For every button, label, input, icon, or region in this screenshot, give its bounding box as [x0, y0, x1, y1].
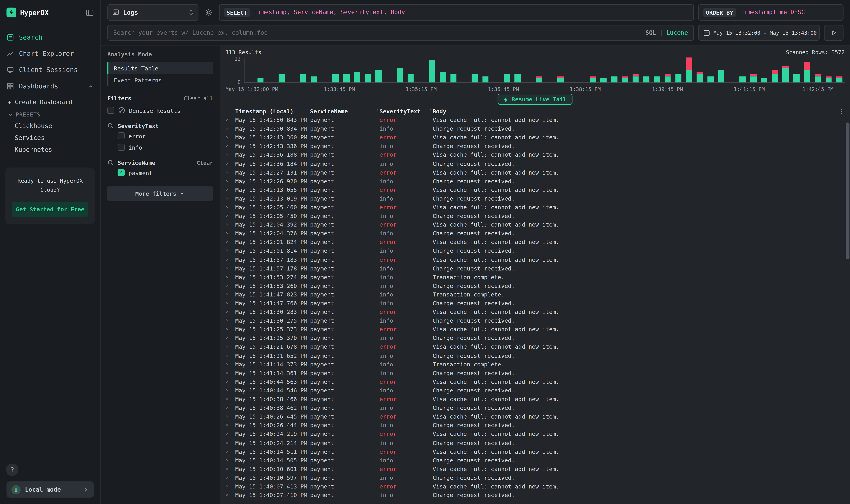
- table-row[interactable]: >May 15 1:41:14.361 PMpaymentinfoCharge …: [225, 368, 845, 377]
- row-expand-icon[interactable]: >: [225, 292, 235, 297]
- chart-bar[interactable]: [815, 74, 821, 83]
- table-row[interactable]: >May 15 1:42:43.336 PMpaymentinfoCharge …: [225, 142, 845, 150]
- chart-bar[interactable]: [804, 61, 810, 82]
- chart-bar[interactable]: [279, 74, 285, 83]
- chart-bar[interactable]: [707, 76, 714, 83]
- chart-bar[interactable]: [397, 68, 403, 82]
- row-expand-icon[interactable]: >: [225, 126, 235, 131]
- nav-dashboards[interactable]: Dashboards: [0, 78, 100, 94]
- table-row[interactable]: >May 15 1:40:24.214 PMpaymentinfoCharge …: [225, 438, 845, 447]
- row-expand-icon[interactable]: >: [225, 361, 235, 367]
- row-expand-icon[interactable]: >: [225, 335, 235, 341]
- row-expand-icon[interactable]: >: [225, 405, 235, 410]
- table-row[interactable]: >May 15 1:42:50.843 PMpaymenterrorVisa c…: [225, 115, 845, 124]
- chart-bar[interactable]: [558, 76, 564, 83]
- search-field[interactable]: SQL | Lucene: [107, 24, 694, 41]
- row-expand-icon[interactable]: >: [225, 388, 235, 393]
- chart-bar[interactable]: [643, 76, 649, 83]
- table-row[interactable]: >May 15 1:41:21.652 PMpaymentinfoCharge …: [225, 351, 845, 360]
- table-row[interactable]: >May 15 1:40:07.410 PMpaymentinfoCharge …: [225, 490, 845, 499]
- table-row[interactable]: >May 15 1:40:10.597 PMpaymentinfoCharge …: [225, 473, 845, 482]
- row-expand-icon[interactable]: >: [225, 318, 235, 323]
- order-by-input[interactable]: ORDER BY TimestampTime DESC: [698, 4, 844, 20]
- chart-bar[interactable]: [429, 59, 435, 82]
- row-expand-icon[interactable]: >: [225, 457, 235, 463]
- table-row[interactable]: >May 15 1:40:44.546 PMpaymentinfoCharge …: [225, 386, 845, 395]
- nav-chart-explorer[interactable]: Chart Explorer: [0, 46, 100, 62]
- create-dashboard-button[interactable]: + Create Dashboard: [0, 95, 100, 108]
- scrollbar-thumb[interactable]: [846, 123, 849, 259]
- chart-bar[interactable]: [504, 74, 510, 83]
- row-expand-icon[interactable]: >: [225, 266, 235, 271]
- clear-all-button[interactable]: Clear all: [184, 95, 213, 101]
- chart-bar[interactable]: [343, 74, 349, 83]
- row-expand-icon[interactable]: >: [225, 239, 235, 245]
- filter-option-error[interactable]: error: [107, 130, 213, 141]
- denoise-results-row[interactable]: Denoise Results: [107, 105, 213, 116]
- row-expand-icon[interactable]: >: [225, 449, 235, 454]
- filter-option-payment[interactable]: payment: [107, 167, 213, 178]
- table-row[interactable]: >May 15 1:41:57.178 PMpaymentinfoCharge …: [225, 264, 845, 273]
- table-row[interactable]: >May 15 1:42:13.019 PMpaymentinfoCharge …: [225, 194, 845, 203]
- row-expand-icon[interactable]: >: [225, 353, 235, 358]
- row-expand-icon[interactable]: >: [225, 440, 235, 445]
- error-checkbox[interactable]: [118, 132, 125, 139]
- get-started-button[interactable]: Get Started for Free: [12, 202, 88, 217]
- sidebar-toggle-icon[interactable]: [86, 8, 94, 17]
- denoise-checkbox[interactable]: [107, 107, 114, 114]
- chart-bar[interactable]: [665, 74, 671, 83]
- row-expand-icon[interactable]: >: [225, 344, 235, 349]
- table-row[interactable]: >May 15 1:42:43.360 PMpaymenterrorVisa c…: [225, 133, 845, 142]
- chart-bar[interactable]: [311, 76, 317, 83]
- clear-servicename-button[interactable]: Clear: [197, 160, 213, 165]
- table-row[interactable]: >May 15 1:41:57.183 PMpaymenterrorVisa c…: [225, 255, 845, 264]
- table-row[interactable]: >May 15 1:42:05.460 PMpaymenterrorVisa c…: [225, 203, 845, 211]
- select-clause-input[interactable]: SELECT Timestamp, ServiceName, SeverityT…: [219, 4, 694, 20]
- chart-bar[interactable]: [826, 76, 832, 83]
- row-expand-icon[interactable]: >: [225, 370, 235, 376]
- table-row[interactable]: >May 15 1:40:38.462 PMpaymentinfoCharge …: [225, 403, 845, 412]
- row-expand-icon[interactable]: >: [225, 169, 235, 175]
- chart-bar[interactable]: [354, 72, 360, 83]
- table-row[interactable]: >May 15 1:40:24.219 PMpaymenterrorVisa c…: [225, 430, 845, 438]
- chart-bar[interactable]: [622, 76, 628, 83]
- chart-bar[interactable]: [590, 76, 596, 83]
- table-row[interactable]: >May 15 1:42:04.392 PMpaymenterrorVisa c…: [225, 220, 845, 229]
- mode-event-patterns[interactable]: Event Patterns: [107, 74, 213, 86]
- row-expand-icon[interactable]: >: [225, 484, 235, 489]
- row-expand-icon[interactable]: >: [225, 143, 235, 149]
- table-row[interactable]: >May 15 1:42:01.824 PMpaymenterrorVisa c…: [225, 237, 845, 246]
- row-expand-icon[interactable]: >: [225, 231, 235, 236]
- table-row[interactable]: >May 15 1:40:44.563 PMpaymenterrorVisa c…: [225, 377, 845, 386]
- chart-bar[interactable]: [332, 74, 339, 83]
- table-row[interactable]: >May 15 1:41:30.275 PMpaymentinfoCharge …: [225, 316, 845, 325]
- presets-toggle[interactable]: PRESETS: [0, 108, 100, 120]
- row-expand-icon[interactable]: >: [225, 196, 235, 201]
- chart-bar[interactable]: [686, 57, 692, 82]
- row-expand-icon[interactable]: >: [225, 152, 235, 158]
- table-row[interactable]: >May 15 1:40:07.413 PMpaymenterrorVisa c…: [225, 482, 845, 490]
- row-expand-icon[interactable]: >: [225, 475, 235, 480]
- info-checkbox[interactable]: [118, 144, 125, 151]
- table-row[interactable]: >May 15 1:40:38.466 PMpaymenterrorVisa c…: [225, 395, 845, 403]
- chart-bar[interactable]: [750, 74, 757, 83]
- row-expand-icon[interactable]: >: [225, 178, 235, 184]
- preset-clickhouse[interactable]: Clickhouse: [0, 120, 100, 132]
- chart-bar[interactable]: [482, 76, 489, 83]
- scrollbar[interactable]: [846, 123, 849, 503]
- col-body[interactable]: Body: [433, 108, 837, 114]
- table-row[interactable]: >May 15 1:41:21.678 PMpaymenterrorVisa c…: [225, 342, 845, 351]
- table-row[interactable]: >May 15 1:41:47.823 PMpaymentinfoTransac…: [225, 290, 845, 299]
- table-row[interactable]: >May 15 1:41:30.283 PMpaymenterrorVisa c…: [225, 307, 845, 316]
- table-row[interactable]: >May 15 1:42:13.055 PMpaymenterrorVisa c…: [225, 185, 845, 194]
- row-expand-icon[interactable]: >: [225, 257, 235, 262]
- resume-live-tail-button[interactable]: Resume Live Tail: [498, 94, 572, 105]
- row-expand-icon[interactable]: >: [225, 274, 235, 280]
- chart-bar[interactable]: [782, 66, 789, 82]
- row-expand-icon[interactable]: >: [225, 396, 235, 402]
- chart-bar[interactable]: [718, 70, 724, 82]
- row-expand-icon[interactable]: >: [225, 161, 235, 166]
- table-row[interactable]: >May 15 1:42:27.131 PMpaymenterrorVisa c…: [225, 168, 845, 177]
- col-servicename[interactable]: ServiceName: [310, 108, 379, 114]
- row-expand-icon[interactable]: >: [225, 326, 235, 332]
